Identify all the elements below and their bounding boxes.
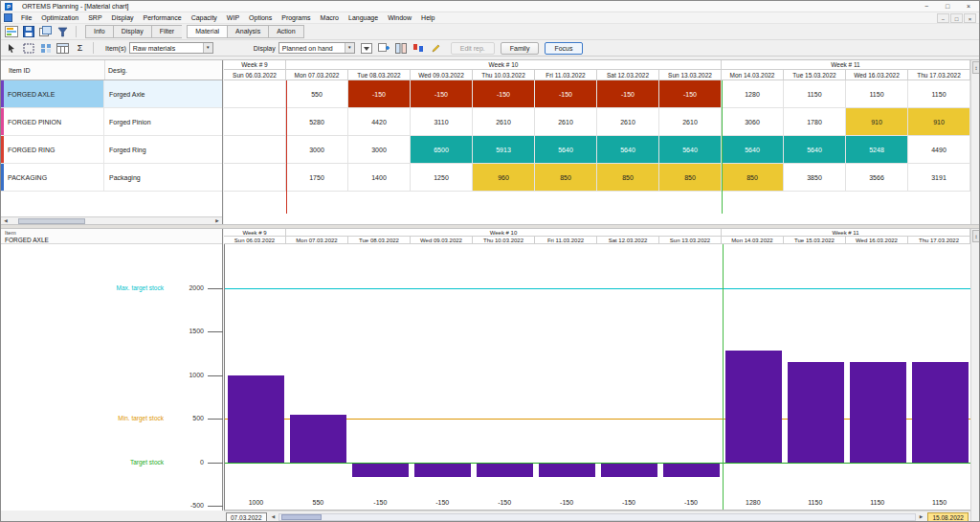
grid-cell[interactable]: 5640: [659, 136, 722, 164]
grid-cell[interactable]: -150: [535, 80, 597, 108]
close-button[interactable]: ×: [958, 1, 979, 11]
grid-cell[interactable]: 1750: [286, 164, 348, 192]
item-row[interactable]: FORGED PINIONForged Pinion: [1, 108, 222, 136]
grid-cell[interactable]: 850: [722, 164, 784, 192]
stock-bar[interactable]: [601, 464, 657, 477]
tab-info[interactable]: Info: [85, 25, 113, 38]
grid-cell[interactable]: 1280: [722, 80, 784, 108]
grid-cell[interactable]: 850: [659, 164, 722, 192]
menu-item-srp[interactable]: SRP: [83, 14, 106, 21]
menu-item-capacity[interactable]: Capacity: [187, 14, 222, 21]
grid-cell[interactable]: 2610: [659, 108, 722, 136]
grid-cell[interactable]: 4490: [908, 136, 970, 164]
chart-vscrollbar[interactable]: ↕: [970, 229, 980, 522]
stock-bar[interactable]: [850, 362, 906, 463]
stock-bar[interactable]: [228, 375, 284, 463]
grid-cell[interactable]: 1150: [908, 80, 970, 108]
edit-rep-button[interactable]: Edit rep.: [451, 42, 495, 55]
family-button[interactable]: Family: [501, 42, 540, 55]
grid-cell[interactable]: 3000: [286, 136, 348, 164]
split-columns-icon[interactable]: [393, 41, 410, 55]
grid-cell[interactable]: 5280: [286, 108, 348, 136]
grid-cell[interactable]: 1150: [784, 80, 846, 108]
grid-cell[interactable]: 1150: [846, 80, 908, 108]
scroll-right-icon[interactable]: ▶: [916, 513, 925, 521]
grid-cell[interactable]: 910: [908, 108, 970, 136]
grid-cell[interactable]: 5640: [535, 136, 597, 164]
stock-bar[interactable]: [725, 351, 782, 463]
stock-bar[interactable]: [414, 464, 471, 477]
tab-action[interactable]: Action: [268, 25, 303, 38]
mdi-minimize-button[interactable]: −: [937, 13, 949, 23]
grid-cell[interactable]: 4420: [348, 108, 411, 136]
list-options-icon[interactable]: [359, 41, 375, 55]
grid-cell[interactable]: 3000: [348, 136, 411, 164]
grid-cell[interactable]: 6500: [411, 136, 473, 164]
focus-button[interactable]: Focus: [545, 42, 582, 55]
menu-item-wip[interactable]: WIP: [222, 14, 244, 21]
grid-cell[interactable]: 910: [846, 108, 908, 136]
minimize-button[interactable]: −: [916, 1, 937, 11]
grid-vscrollbar[interactable]: ↕: [970, 60, 980, 225]
stock-bar[interactable]: [352, 464, 409, 477]
grid-cell[interactable]: 5640: [597, 136, 659, 164]
item-row[interactable]: PACKAGINGPackaging: [1, 164, 222, 192]
grid-cell[interactable]: -150: [473, 80, 535, 108]
range-select-icon[interactable]: [20, 41, 36, 55]
menu-item-language[interactable]: Language: [344, 14, 383, 21]
scroll-track[interactable]: [278, 513, 917, 521]
menu-item-macro[interactable]: Macro: [316, 14, 344, 21]
grid-cell[interactable]: [224, 136, 286, 164]
grid-cell[interactable]: [224, 80, 286, 108]
grid-cell[interactable]: 2610: [473, 108, 535, 136]
display-dropdown[interactable]: Planned on hand ▼: [278, 42, 355, 54]
grid-cell[interactable]: 3191: [908, 164, 970, 192]
items-dropdown[interactable]: Raw materials ▼: [129, 42, 213, 54]
grid-cell[interactable]: -150: [597, 80, 659, 108]
time-scrollbar[interactable]: 07.03.2022 ◀ ▶ 15.08.2022: [224, 511, 970, 522]
grid-cell[interactable]: -150: [659, 80, 722, 108]
item-row[interactable]: FORGED RINGForged Ring: [1, 136, 222, 164]
planning-board-icon[interactable]: [3, 25, 19, 38]
grid-cell[interactable]: 550: [286, 80, 348, 108]
scroll-end-date[interactable]: 15.08.2022: [927, 512, 969, 522]
grid-cell[interactable]: 5640: [722, 136, 784, 164]
grid-cell[interactable]: 5640: [784, 136, 846, 164]
grid-cell[interactable]: [224, 164, 286, 192]
tab-filter[interactable]: Filter: [151, 25, 183, 38]
sum-icon[interactable]: Σ: [72, 41, 88, 55]
stock-bar[interactable]: [477, 464, 533, 477]
grid-cell[interactable]: -150: [348, 80, 411, 108]
stock-bar[interactable]: [539, 464, 595, 477]
menu-item-file[interactable]: File: [16, 14, 36, 21]
pointer-select-icon[interactable]: [3, 41, 19, 55]
table-view-icon[interactable]: [55, 41, 71, 55]
mdi-close-button[interactable]: ×: [964, 13, 976, 23]
grid-cell[interactable]: 1250: [411, 164, 473, 192]
grid-select-icon[interactable]: [37, 41, 54, 55]
item-row[interactable]: FORGED AXLEForged Axle: [1, 80, 222, 108]
grid-cell[interactable]: 1400: [348, 164, 411, 192]
compare-flags-icon[interactable]: [411, 41, 427, 55]
scroll-left-icon[interactable]: ◀: [269, 513, 278, 521]
splitter-arrows-icon[interactable]: ↕: [972, 61, 980, 74]
menu-item-performance[interactable]: Performance: [139, 14, 187, 21]
tab-analysis[interactable]: Analysis: [227, 25, 268, 38]
menu-item-options[interactable]: Options: [244, 14, 277, 21]
menu-item-programs[interactable]: Programs: [277, 14, 315, 21]
menu-item-optimization[interactable]: Optimization: [36, 14, 83, 21]
grid-cell[interactable]: 5913: [473, 136, 535, 164]
grid-cell[interactable]: 2610: [597, 108, 659, 136]
edit-pencil-icon[interactable]: [428, 41, 444, 55]
splitter-arrows-icon[interactable]: ↕: [972, 230, 980, 242]
grid-cell[interactable]: 3060: [722, 108, 784, 136]
scroll-thumb[interactable]: [281, 514, 322, 520]
menu-item-help[interactable]: Help: [416, 14, 439, 21]
stock-bar[interactable]: [290, 415, 346, 463]
menu-item-display[interactable]: Display: [107, 14, 139, 21]
grid-cell[interactable]: 3110: [411, 108, 473, 136]
scroll-start-date[interactable]: 07.03.2022: [226, 512, 267, 522]
grid-cell[interactable]: 3566: [846, 164, 908, 192]
tab-display[interactable]: Display: [113, 25, 151, 38]
maximize-button[interactable]: □: [937, 1, 958, 11]
